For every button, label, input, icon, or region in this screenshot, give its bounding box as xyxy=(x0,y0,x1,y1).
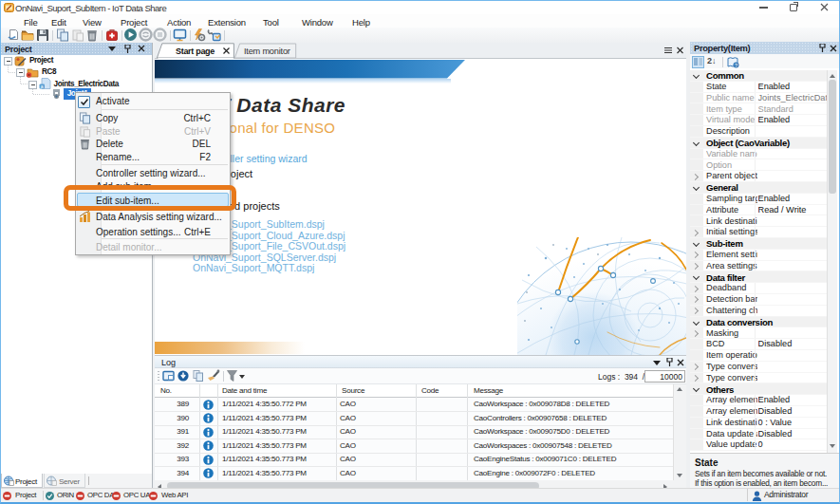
svg-text:a: a xyxy=(41,84,44,89)
svg-text:?: ? xyxy=(735,62,737,67)
